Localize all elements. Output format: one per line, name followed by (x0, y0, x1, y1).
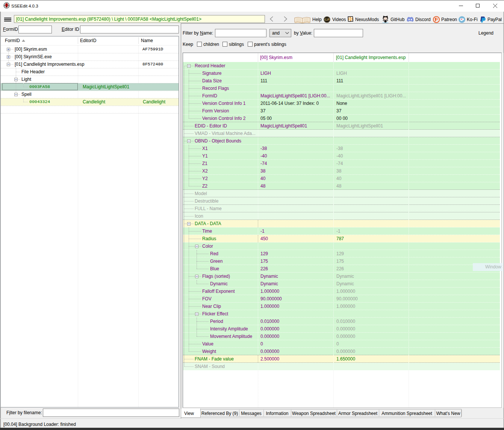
svg-text:GP: GP (325, 18, 330, 21)
